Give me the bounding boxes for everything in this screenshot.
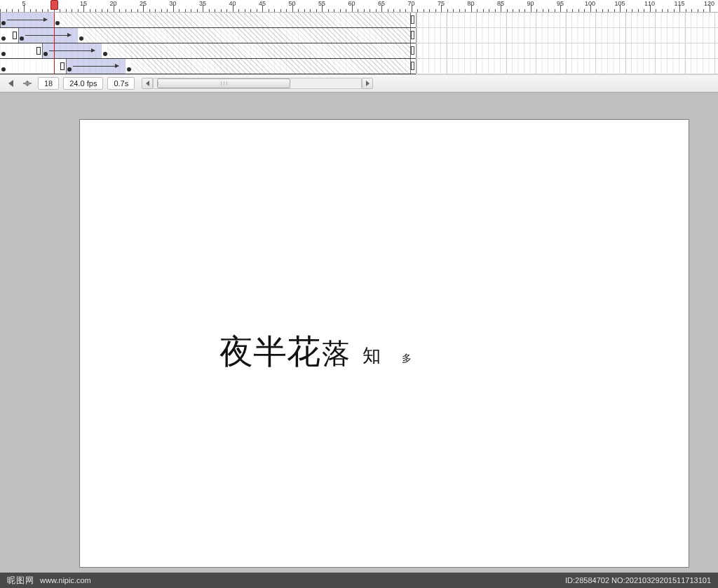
playhead-line (54, 13, 55, 74)
playhead-handle[interactable] (50, 0, 58, 10)
text-char-group-2: 落 (322, 334, 350, 373)
timeline[interactable] (0, 13, 718, 74)
timeline-ruler[interactable]: 5101520253035404550556065707580859095100… (0, 0, 718, 13)
text-char-group-4: 多 (402, 353, 412, 365)
timeline-layer[interactable] (0, 28, 718, 43)
timeline-statusbar: 18 24.0 fps 0.7s (0, 74, 718, 93)
time-value: 0.7s (114, 79, 128, 88)
stage-canvas[interactable]: 夜半花 落 知 多 (79, 119, 689, 568)
scroll-right-button[interactable] (362, 78, 373, 89)
scroll-thumb[interactable] (157, 78, 290, 88)
watermark-url: www.nipic.com (40, 576, 91, 584)
stage-text[interactable]: 夜半花 落 知 多 (219, 329, 412, 374)
watermark-meta: ID:28584702 NO:20210329201511713101 (565, 576, 711, 584)
fps-value: 24.0 fps (69, 79, 97, 88)
text-char-group-1: 夜半花 (219, 329, 320, 374)
stage-area[interactable]: 夜半花 落 知 多 (0, 93, 718, 588)
text-char-group-3: 知 (363, 343, 381, 368)
watermark-bar: 昵图网 www.nipic.com ID:28584702 NO:2021032… (0, 573, 718, 588)
current-frame-value: 18 (44, 79, 53, 88)
current-frame-display[interactable]: 18 (38, 77, 59, 90)
watermark-brand: 昵图网 (7, 575, 34, 587)
timeline-layer[interactable] (0, 13, 718, 28)
timeline-layer[interactable] (0, 59, 718, 74)
time-display[interactable]: 0.7s (107, 77, 135, 90)
scroll-left-button[interactable] (142, 78, 153, 89)
center-frame-icon[interactable] (21, 77, 34, 90)
fps-display[interactable]: 24.0 fps (63, 77, 103, 90)
timeline-layer[interactable] (0, 43, 718, 59)
timeline-horizontal-scrollbar[interactable] (142, 78, 373, 89)
go-start-icon[interactable] (4, 77, 17, 90)
